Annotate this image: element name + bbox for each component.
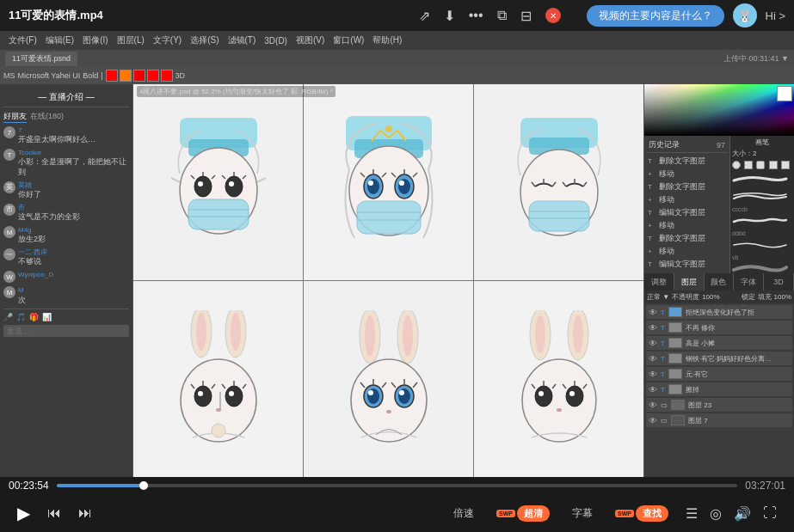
layer-eye-8[interactable]: 👁 xyxy=(649,416,657,425)
layer-item-8[interactable]: 👁 ▭ 图层 7 xyxy=(646,413,792,427)
playlist-icon[interactable]: ☰ xyxy=(686,505,698,522)
history-item-3[interactable]: T 删除文字图层 xyxy=(646,180,728,193)
ps-menu-image[interactable]: 图像(I) xyxy=(79,34,111,46)
brush-stroke-4[interactable] xyxy=(732,237,792,253)
history-label-9: 编辑文字图层 xyxy=(659,259,705,270)
fullscreen-icon[interactable]: ⛶ xyxy=(763,505,777,521)
prev-button[interactable]: ⏮ xyxy=(47,505,61,521)
search-button[interactable]: 查找 xyxy=(636,505,668,522)
pip-icon[interactable]: ⧉ xyxy=(497,8,507,23)
danmaku-icon[interactable]: ◎ xyxy=(710,505,722,522)
layer-item-2[interactable]: 👁 T 不再 修你 xyxy=(646,321,792,334)
layer-eye-3[interactable]: 👁 xyxy=(649,339,657,348)
layer-eye-1[interactable]: 👁 xyxy=(649,308,657,317)
layer-item-6[interactable]: 👁 T 擦掉 xyxy=(646,382,792,396)
brush-dot-2[interactable] xyxy=(744,161,753,169)
brush-dot-3[interactable] xyxy=(756,161,765,169)
ps-font-weight[interactable]: Bold xyxy=(83,71,98,80)
chat-icon-gift[interactable]: 🎁 xyxy=(29,313,39,321)
ps-menu-select[interactable]: 选择(S) xyxy=(187,34,222,46)
tab-3d[interactable]: 3D xyxy=(764,273,794,290)
history-item-6[interactable]: + 移动 xyxy=(646,219,728,232)
ps-menu-layer[interactable]: 图层(L) xyxy=(114,34,148,46)
layer-item-7[interactable]: 👁 ▭ 图层 23 xyxy=(646,398,792,412)
layer-item-1[interactable]: 👁 T 拒绝深色变化好色了拒 xyxy=(646,305,792,319)
svg-rect-13 xyxy=(188,199,249,229)
layer-eye-7[interactable]: 👁 xyxy=(649,401,657,410)
brush-stroke-5[interactable] xyxy=(732,261,792,273)
ps-menu-filter[interactable]: 滤镜(T) xyxy=(225,34,260,46)
ps-menu-window[interactable]: 窗口(W) xyxy=(329,34,367,46)
ps-3d-label[interactable]: 3D xyxy=(175,71,186,80)
speed-button[interactable]: 倍速 xyxy=(448,504,479,523)
ai-question-box[interactable]: 视频的主要内容是什么？ xyxy=(587,5,724,27)
ps-color-red2[interactable] xyxy=(147,70,159,82)
ps-color-red[interactable] xyxy=(106,70,118,82)
chat-tab-friends[interactable]: 好朋友 xyxy=(3,111,27,123)
ps-color-red3[interactable] xyxy=(161,70,173,82)
ps-menu-help[interactable]: 帮助(H) xyxy=(369,34,405,46)
share-icon[interactable]: ⇗ xyxy=(419,8,430,24)
history-count: 97 xyxy=(717,141,725,150)
chat-tab-online[interactable]: 在线(180) xyxy=(30,111,64,123)
layer-item-5[interactable]: 👁 T 元·有它 xyxy=(646,367,792,381)
tab-layers[interactable]: 图层 xyxy=(674,273,705,290)
history-item-7[interactable]: T 删除文字图层 xyxy=(646,232,728,245)
layer-item-3[interactable]: 👁 T 高是 小摊 xyxy=(646,336,792,350)
layer-item-4[interactable]: 👁 T 钢铁·有它·妈妈好好色分离… xyxy=(646,352,792,365)
tab-font[interactable]: 字体 xyxy=(734,273,764,290)
history-item-4[interactable]: + 移动 xyxy=(646,193,728,206)
brush-label-ccccb: ccccb xyxy=(732,206,792,212)
history-item-1[interactable]: T 删除文字图层 xyxy=(646,155,728,168)
history-item-8[interactable]: + 移动 xyxy=(646,245,728,258)
brush-stroke-2[interactable] xyxy=(732,189,792,205)
download-icon[interactable]: ⬇ xyxy=(444,8,455,24)
subtitle-button[interactable]: 字幕 xyxy=(567,504,598,523)
play-button[interactable]: ▶ xyxy=(17,503,30,523)
hi-text[interactable]: Hi > xyxy=(766,9,785,22)
minimize-icon[interactable]: ⊟ xyxy=(520,8,532,24)
chat-content-2: Tcookie 小彩：全是漫啊了，能把她不让到 xyxy=(18,149,129,178)
tab-adjust[interactable]: 调整 xyxy=(644,273,674,290)
layer-eye-6[interactable]: 👁 xyxy=(649,385,657,394)
ps-tool-ms[interactable]: MS xyxy=(3,71,15,80)
fill-value[interactable]: 100% xyxy=(774,293,791,301)
history-item-2[interactable]: + 移动 xyxy=(646,168,728,180)
opacity-value[interactable]: 100% xyxy=(702,293,719,301)
layer-eye-5[interactable]: 👁 xyxy=(649,370,657,379)
history-icon-4: + xyxy=(648,196,656,204)
blend-mode[interactable]: 正常 ▼ xyxy=(647,292,669,302)
chat-icon-music[interactable]: 🎵 xyxy=(16,313,26,321)
ps-menu-view[interactable]: 视图(V) xyxy=(292,34,328,46)
ps-color-orange[interactable] xyxy=(120,70,132,82)
brush-stroke-3[interactable] xyxy=(732,213,792,229)
brush-dot-5[interactable] xyxy=(781,161,790,169)
search-badge: SWP xyxy=(615,510,634,517)
chat-icon-mic[interactable]: 🎤 xyxy=(3,313,13,321)
ps-file-tab[interactable]: 11可爱表情.psnd xyxy=(5,52,77,66)
quality-button[interactable]: 超清 xyxy=(517,505,550,522)
brush-dot-4[interactable] xyxy=(769,161,778,169)
tab-color[interactable]: 颜色 xyxy=(705,273,735,290)
layer-eye-2[interactable]: 👁 xyxy=(649,323,657,333)
layer-eye-4[interactable]: 👁 xyxy=(649,354,657,364)
next-button[interactable]: ⏭ xyxy=(78,505,92,521)
ps-menu-3d[interactable]: 3D(D) xyxy=(261,36,291,46)
color-picker-area[interactable] xyxy=(644,84,794,136)
history-label-1: 删除文字图层 xyxy=(659,156,705,167)
brush-dot-1[interactable] xyxy=(732,161,741,169)
ps-menu-edit[interactable]: 编辑(E) xyxy=(42,34,77,46)
ps-font-family[interactable]: Microsoft Yahei UI xyxy=(18,71,81,80)
history-item-9[interactable]: T 编辑文字图层 xyxy=(646,258,728,271)
close-button[interactable]: ✕ xyxy=(545,8,561,23)
volume-icon[interactable]: 🔊 xyxy=(734,505,751,522)
progress-bar[interactable] xyxy=(57,484,737,487)
history-item-5[interactable]: T 编辑文字图层 xyxy=(646,206,728,219)
chat-input[interactable] xyxy=(3,325,129,337)
more-icon[interactable]: ••• xyxy=(469,8,483,23)
brush-stroke-1[interactable] xyxy=(732,172,792,187)
ps-color-dark-red[interactable] xyxy=(133,70,145,82)
ps-menu-text[interactable]: 文字(Y) xyxy=(150,34,185,46)
chat-icon-chart[interactable]: 📊 xyxy=(42,313,52,321)
ps-menu-file[interactable]: 文件(F) xyxy=(5,34,40,46)
